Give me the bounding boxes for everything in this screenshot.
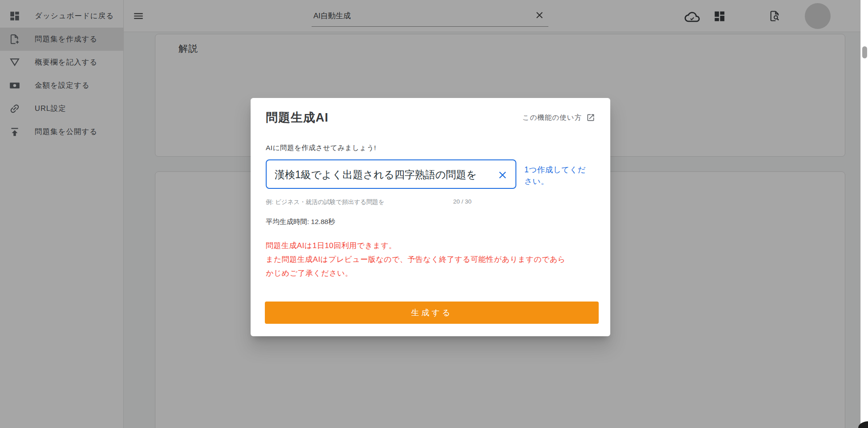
prompt-example-text: 例: ビジネス・就活の試験で頻出する問題を <box>266 198 385 206</box>
warning-line-1: 問題生成AIは1日10回利用できます。 <box>266 239 567 253</box>
prompt-field <box>266 159 516 189</box>
clear-prompt-icon[interactable] <box>497 169 508 181</box>
generate-button[interactable]: 生成する <box>265 302 599 324</box>
modal-title: 問題生成AI <box>266 110 329 126</box>
prompt-input[interactable] <box>275 167 488 183</box>
modal-lead-text: AIに問題を作成させてみましょう! <box>266 143 376 153</box>
scrollbar-track[interactable] <box>860 0 868 428</box>
char-counter: 20 / 30 <box>453 198 471 205</box>
question-generation-ai-modal: 問題生成AI この機能の使い方 AIに問題を作成させてみましょう! 1つ作成して… <box>251 98 610 336</box>
help-link-label: この機能の使い方 <box>523 113 582 122</box>
warning-line-2: また問題生成AIはプレビュー版なので、予告なく終了する可能性がありますのであらか… <box>266 253 567 280</box>
usage-warning: 問題生成AIは1日10回利用できます。 また問題生成AIはプレビュー版なので、予… <box>266 239 567 280</box>
open-in-new-icon <box>586 113 595 122</box>
prompt-hint-text: 1つ作成してください。 <box>524 164 591 187</box>
help-link[interactable]: この機能の使い方 <box>523 112 595 123</box>
scrollbar-thumb[interactable] <box>862 46 867 58</box>
average-generation-time: 平均生成時間: 12.88秒 <box>266 217 335 227</box>
